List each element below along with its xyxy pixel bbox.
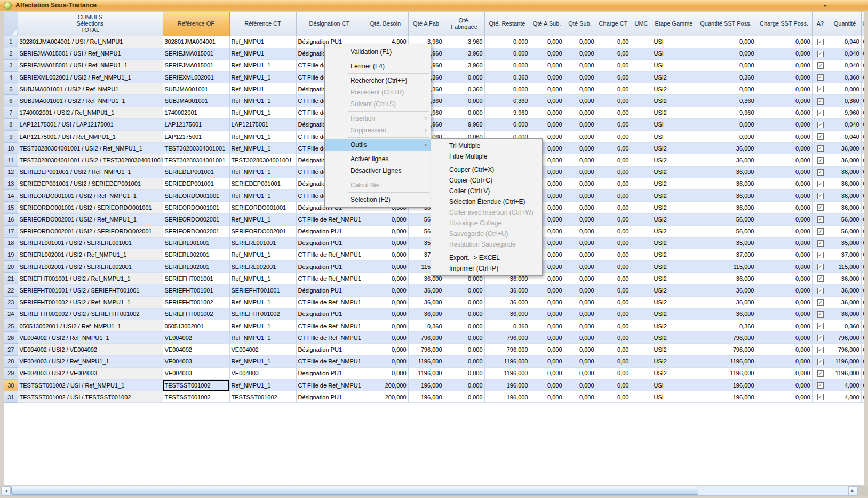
cell-cumuls[interactable]: SERIEFHT001002 / USI2 / SERIEFHT001002 (18, 308, 163, 320)
cell-quantite[interactable]: 4,000 (829, 379, 861, 391)
row-checkbox[interactable] (817, 145, 824, 152)
cell-qte_a_fab[interactable]: 796,000 (408, 344, 444, 355)
cell-qte_sub[interactable]: 0,000 (564, 273, 596, 284)
cell-a[interactable] (812, 48, 829, 59)
row-checkbox[interactable] (817, 394, 824, 400)
cell-qte_sub[interactable]: 0,000 (564, 214, 596, 225)
cell-a[interactable] (812, 83, 829, 95)
cell-charge_ct[interactable]: 0,00 (596, 166, 631, 178)
cell-qte_sub[interactable]: 0,000 (564, 284, 596, 296)
menu-item-activer-lignes[interactable]: Activer lignes (325, 153, 431, 165)
cell-qte_fabriquee[interactable]: 0,000 (444, 391, 484, 403)
cell-a[interactable] (812, 367, 829, 379)
cell-col_clipped[interactable]: 0,0 (861, 237, 864, 249)
row-header-3[interactable]: 3 (4, 59, 18, 71)
cell-etape_gamme[interactable]: USI (652, 36, 696, 48)
cell-ref_ct[interactable]: SERIEFHT001002 (229, 308, 296, 320)
cell-charge_sst_poss[interactable]: 0,000 (756, 320, 812, 332)
cell-qte_restante[interactable]: 1196,000 (484, 367, 530, 379)
cell-qte_a_fab[interactable]: 0,360 (408, 320, 444, 332)
cell-a[interactable] (812, 237, 829, 249)
cell-col_clipped[interactable]: 0,0 (861, 95, 864, 107)
cell-cumuls[interactable]: SUBJMA001001 / USI2 / Ref_NMPU1 (18, 83, 163, 95)
cell-qte_sub[interactable]: 0,000 (564, 320, 596, 332)
cell-cumuls[interactable]: 050513002001 / USI2 / Ref_NMPU1_1 (18, 320, 163, 332)
cell-designation_ct[interactable]: Désignation PU1 (296, 308, 363, 320)
cell-cumuls[interactable]: TEST30280304001001 / USI2 / TEST30280304… (18, 154, 163, 166)
row-header-1[interactable]: 1 (4, 36, 18, 48)
cell-charge_ct[interactable]: 0,00 (596, 214, 631, 225)
cell-umc[interactable] (631, 178, 652, 189)
cell-etape_gamme[interactable]: USI (652, 59, 696, 71)
menu-item-s-lection-tendue-ctrl-e[interactable]: Sélection Étendue (Ctrl+E) (431, 196, 542, 207)
cell-charge_ct[interactable]: 0,00 (596, 344, 631, 355)
cell-qte_restante[interactable]: 0,000 (484, 59, 530, 71)
cell-ref_ct[interactable]: VE004003 (229, 367, 296, 379)
cell-qte_restante[interactable]: 796,000 (484, 332, 530, 344)
cell-designation_ct[interactable]: CT FIlle de Ref_NMPU1 (296, 379, 363, 391)
cell-qte_besoin[interactable]: 0,000 (363, 249, 408, 260)
cell-col_clipped[interactable]: 0,0 (861, 296, 864, 308)
cell-qte_fabriquee[interactable]: 0,000 (444, 332, 484, 344)
column-header-designation_ct[interactable]: Désignation CT (296, 12, 363, 36)
cell-ref_of[interactable]: SERIEDEP001001 (163, 178, 229, 189)
row-checkbox[interactable] (817, 347, 824, 353)
column-header-qte_restante[interactable]: Qté. Restante (484, 12, 530, 36)
cell-col_clipped[interactable]: 0,0 (861, 273, 864, 284)
row-checkbox[interactable] (817, 193, 824, 199)
cell-designation_ct[interactable]: Désignation PU1 (296, 261, 363, 273)
cell-charge_sst_poss[interactable]: 0,000 (756, 284, 812, 296)
cell-qte_restante[interactable]: 1196,000 (484, 355, 530, 367)
column-header-ref_of[interactable]: Référence OF (163, 12, 229, 36)
cell-etape_gamme[interactable]: USI2 (652, 249, 696, 260)
resize-grip[interactable] (858, 486, 868, 496)
cell-etape_gamme[interactable]: USI (652, 118, 696, 130)
row-header-17[interactable]: 17 (4, 225, 18, 237)
cell-charge_ct[interactable]: 0,00 (596, 379, 631, 391)
cell-charge_ct[interactable]: 0,00 (596, 332, 631, 344)
cell-charge_sst_poss[interactable]: 0,000 (756, 83, 812, 95)
cell-quantite[interactable]: 36,000 (829, 273, 861, 284)
cell-col_clipped[interactable]: 0,0 (861, 391, 864, 403)
menu-item-validation-f1[interactable]: Validation (F1) (325, 46, 431, 58)
cell-qte_sub[interactable]: 0,000 (564, 83, 596, 95)
cell-etape_gamme[interactable]: USI (652, 379, 696, 391)
cell-qte_sub[interactable]: 0,000 (564, 48, 596, 59)
cell-charge_ct[interactable]: 0,00 (596, 296, 631, 308)
cell-qte_besoin[interactable]: 0,000 (363, 214, 408, 225)
cell-quantite_sst_poss[interactable]: 36,000 (696, 178, 756, 189)
cell-etape_gamme[interactable]: USI (652, 131, 696, 143)
row-header-4[interactable]: 4 (4, 72, 18, 83)
cell-ref_of[interactable]: SERIERL001001 (163, 237, 229, 249)
cell-umc[interactable] (631, 284, 652, 296)
cell-qte_besoin[interactable]: 0,000 (363, 308, 408, 320)
cell-designation_ct[interactable]: Désignation PU1 (296, 367, 363, 379)
cell-a[interactable] (812, 320, 829, 332)
cell-quantite_sst_poss[interactable]: 36,000 (696, 202, 756, 214)
cell-ref_of[interactable]: SERIEORDO002001 (163, 225, 229, 237)
cell-charge_ct[interactable]: 0,00 (596, 107, 631, 118)
cell-ref_ct[interactable]: Ref_NMPU1_1 (229, 59, 296, 71)
row-header-31[interactable]: 31 (4, 391, 18, 403)
cell-a[interactable] (812, 391, 829, 403)
cell-umc[interactable] (631, 296, 652, 308)
cell-quantite[interactable]: 36,000 (829, 178, 861, 189)
cell-col_clipped[interactable]: 0,0 (861, 225, 864, 237)
cell-etape_gamme[interactable]: USI2 (652, 225, 696, 237)
cell-cumuls[interactable]: VE004002 / USI2 / VE004002 (18, 344, 163, 355)
cell-ref_ct[interactable]: VE004002 (229, 344, 296, 355)
cell-designation_ct[interactable]: Désignation PU1 (296, 225, 363, 237)
cell-quantite_sst_poss[interactable]: 56,000 (696, 214, 756, 225)
cell-quantite_sst_poss[interactable]: 36,000 (696, 154, 756, 166)
cell-etape_gamme[interactable]: USI2 (652, 320, 696, 332)
cell-cumuls[interactable]: VE004002 / USI2 / Ref_NMPU1_1 (18, 332, 163, 344)
cell-ref_of[interactable]: TESTSST001002 (163, 379, 229, 391)
cell-qte_besoin[interactable]: 200,000 (363, 391, 408, 403)
cell-qte_sub[interactable]: 0,000 (564, 367, 596, 379)
cell-qte_a_sub[interactable]: 0,000 (530, 48, 564, 59)
cell-a[interactable] (812, 284, 829, 296)
cell-cumuls[interactable]: SERIEORDO001001 / USI2 / SERIEORDO001001 (18, 202, 163, 214)
cell-quantite_sst_poss[interactable]: 0,000 (696, 118, 756, 130)
cell-ref_of[interactable]: LAP12175001 (163, 118, 229, 130)
cell-ref_of[interactable]: SERIEFHT001002 (163, 308, 229, 320)
